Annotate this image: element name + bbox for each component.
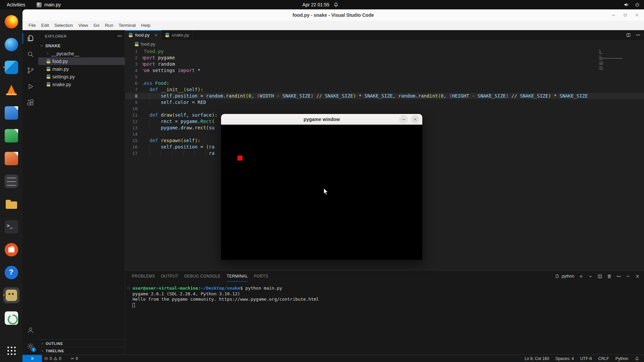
kill-terminal-trash-icon[interactable] xyxy=(607,274,612,279)
code-line[interactable]: 6class Food: xyxy=(125,80,644,86)
status-utf-8[interactable]: UTF-8 xyxy=(580,356,592,361)
section-timeline[interactable]: TIMELINE xyxy=(38,347,125,354)
code-line[interactable]: 10 xyxy=(125,106,644,112)
status-python[interactable]: Python xyxy=(615,356,628,361)
file-settings.py[interactable]: settings.py xyxy=(38,73,125,80)
more-actions-icon[interactable] xyxy=(616,274,621,279)
file-main.py[interactable]: main.py xyxy=(38,65,125,73)
pygame-title-bar[interactable]: pygame window xyxy=(221,114,422,125)
status-crlf[interactable]: CRLF xyxy=(598,356,609,361)
shell-selector[interactable]: python xyxy=(555,274,574,279)
menu-terminal[interactable]: Terminal xyxy=(116,22,138,29)
source-control-icon xyxy=(26,66,35,74)
dock-icon-libreoffice-calc[interactable] xyxy=(3,128,19,144)
dock-icon-terminal[interactable] xyxy=(3,219,19,235)
panel-tab-problems[interactable]: PROBLEMS xyxy=(132,271,155,282)
account[interactable] xyxy=(22,322,38,338)
minimize-icon[interactable] xyxy=(399,115,408,124)
close-panel-icon[interactable] xyxy=(635,274,640,279)
panel-tab-ports[interactable]: PORTS xyxy=(254,271,268,282)
tab-food.py[interactable]: food.py xyxy=(125,30,162,40)
menu-file[interactable]: File xyxy=(26,22,39,29)
breadcrumb[interactable]: food.py xyxy=(125,40,644,48)
dock-icon-vscode[interactable] xyxy=(3,59,19,75)
dock-icon-firefox[interactable] xyxy=(3,14,19,30)
terminal[interactable]: user@user-virtual-machine:~/Desktop/snak… xyxy=(125,282,644,308)
line-number: 14 xyxy=(125,131,143,137)
menu-go[interactable]: Go xyxy=(91,22,102,29)
libreoffice-impress-icon xyxy=(5,152,18,165)
split-editor-icon[interactable] xyxy=(626,33,631,38)
clock-label: Apr 22 01:55 xyxy=(303,2,329,7)
more-actions-icon[interactable] xyxy=(636,33,641,38)
file-snake.py[interactable]: snake.py xyxy=(38,80,125,88)
dock-icon-recycle[interactable] xyxy=(3,310,19,326)
remote-indicator[interactable] xyxy=(22,355,42,362)
close-icon[interactable] xyxy=(411,115,420,124)
code-line[interactable]: 3import random xyxy=(125,61,644,67)
code-line[interactable]: 8 self.position = random.randint(0, (WID… xyxy=(125,93,644,99)
dock-icon-files[interactable] xyxy=(3,196,19,212)
maximize-icon[interactable] xyxy=(623,13,627,17)
new-terminal-plus-icon[interactable] xyxy=(579,274,584,279)
menu-view[interactable]: View xyxy=(76,22,91,29)
panel-tab-output[interactable]: OUTPUT xyxy=(161,271,178,282)
dock-icon-text-editor[interactable] xyxy=(3,173,19,189)
dock-icon-help[interactable] xyxy=(3,264,19,281)
menu-help[interactable]: Help xyxy=(138,22,153,29)
launch-profile-chevron-icon[interactable] xyxy=(588,274,593,279)
section-outline[interactable]: OUTLINE xyxy=(38,340,125,347)
file-food.py[interactable]: food.py xyxy=(38,57,125,65)
menu-run[interactable]: Run xyxy=(102,22,116,29)
tab-snake.py[interactable]: snake.py xyxy=(162,30,193,40)
ports-status[interactable]: 0 xyxy=(68,356,80,361)
file-__pycache__[interactable]: __pycache__ xyxy=(38,50,125,57)
code-line[interactable]: 1# food.py xyxy=(125,48,644,55)
focused-app-indicator[interactable]: main.py xyxy=(37,2,61,7)
extensions-activity-item[interactable] xyxy=(22,95,38,111)
settings-gear[interactable]: 1 xyxy=(22,338,38,354)
code-line[interactable]: 4from settings import * xyxy=(125,67,644,74)
status-ln-8-col-160[interactable]: Ln 8, Col 160 xyxy=(525,356,549,361)
dock-icon-ubuntu-software[interactable] xyxy=(3,242,19,258)
search-activity-item[interactable] xyxy=(22,46,38,62)
chevron-right-icon xyxy=(40,349,44,353)
line-number: 17 xyxy=(125,150,143,157)
close-icon[interactable] xyxy=(154,33,158,37)
split-terminal-icon[interactable] xyxy=(597,274,602,279)
activities-button[interactable]: Activities xyxy=(5,1,27,8)
line-number: 2 xyxy=(125,55,143,61)
dock-icon-libreoffice-impress[interactable] xyxy=(3,150,19,167)
panel: PROBLEMSOUTPUTDEBUG CONSOLETERMINALPORTS… xyxy=(125,270,644,354)
vscode-title-bar[interactable]: food.py - snake - Visual Studio Code xyxy=(22,9,644,21)
source-control-activity-item[interactable] xyxy=(22,62,38,78)
explorer-activity-item[interactable] xyxy=(22,30,38,46)
window-title: food.py - snake - Visual Studio Code xyxy=(292,12,374,18)
problems-status[interactable]: 00 xyxy=(42,356,63,361)
dock-icon-vlc[interactable] xyxy=(3,82,19,98)
panel-tab-terminal[interactable]: TERMINAL xyxy=(227,271,248,282)
code-line[interactable]: 2import pygame xyxy=(125,55,644,61)
close-icon[interactable] xyxy=(635,13,639,17)
menu-selection[interactable]: Selection xyxy=(52,22,76,29)
clock-button[interactable]: Apr 22 01:55 xyxy=(303,0,339,9)
dock-icon-pygame-app[interactable] xyxy=(3,287,19,303)
maximize-panel-chevron-icon[interactable] xyxy=(626,274,631,279)
project-root-folder[interactable]: SNAKE xyxy=(38,42,125,50)
menu-edit[interactable]: Edit xyxy=(39,22,52,29)
minimize-icon[interactable] xyxy=(611,13,616,17)
code-line[interactable]: 5 xyxy=(125,74,644,80)
system-status-area[interactable] xyxy=(624,0,640,9)
status-spaces-4[interactable]: Spaces: 4 xyxy=(555,356,574,361)
notification-bell-icon[interactable] xyxy=(635,356,639,361)
code-line[interactable]: 7 def __init__(self): xyxy=(125,86,644,93)
dock-tile xyxy=(3,105,19,121)
code-line[interactable]: 9 self.color = RED xyxy=(125,99,644,106)
panel-tab-debug-console[interactable]: DEBUG CONSOLE xyxy=(184,271,221,282)
more-actions-icon[interactable] xyxy=(117,34,122,39)
dock-icon-libreoffice-writer[interactable] xyxy=(3,105,19,121)
dock-icon-thunderbird[interactable] xyxy=(3,37,19,53)
run-debug-activity-item[interactable] xyxy=(22,78,38,95)
pygame-window[interactable]: pygame window xyxy=(221,114,422,260)
dock-icon-show-applications[interactable] xyxy=(3,343,19,359)
